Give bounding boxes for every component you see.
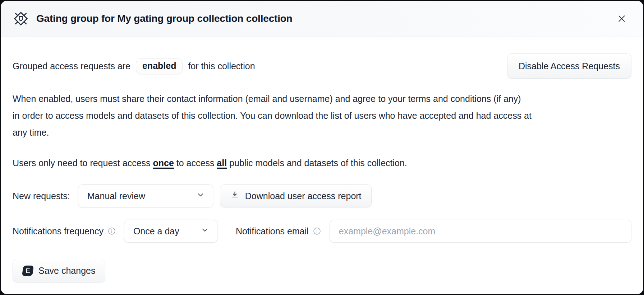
chevron-down-icon (200, 225, 210, 237)
enterprise-icon: E (22, 266, 34, 276)
note-prefix: Users only need to request access (13, 158, 153, 168)
disable-access-requests-button[interactable]: Disable Access Requests (507, 53, 631, 79)
status-row: Grouped access requests are enabled for … (13, 53, 631, 79)
enterprise-icon-letter: E (26, 267, 30, 275)
dialog-header: Gating group for My gating group collect… (1, 1, 643, 37)
dialog-content: Grouped access requests are enabled for … (1, 53, 643, 282)
status-prefix: Grouped access requests are (13, 61, 130, 71)
note-emphasis-once: once (153, 158, 174, 168)
gating-group-dialog: Gating group for My gating group collect… (1, 1, 643, 294)
notifications-frequency-select[interactable]: Once a day (124, 220, 217, 243)
notifications-email-label: Notifications email (236, 226, 309, 237)
notifications-email-input[interactable] (330, 220, 631, 243)
status-suffix: for this collection (188, 61, 255, 71)
new-requests-select[interactable]: Manual review (78, 184, 213, 207)
download-icon (230, 190, 240, 202)
notifications-frequency-selected-value: Once a day (133, 226, 179, 237)
note-emphasis-all: all (217, 158, 227, 168)
note-middle: to access (174, 158, 217, 168)
description-line: in order to access models and datasets o… (13, 107, 631, 124)
note-line: Users only need to request access once t… (13, 157, 631, 169)
close-button[interactable] (615, 11, 629, 26)
notifications-frequency-label: Notifications frequency (13, 226, 104, 237)
new-requests-label: New requests: (13, 191, 70, 201)
description-line: any time. (13, 124, 631, 141)
status-badge: enabled (136, 58, 183, 74)
new-requests-selected-value: Manual review (87, 191, 145, 201)
save-changes-button[interactable]: E Save changes (13, 259, 105, 282)
gated-group-icon (13, 10, 29, 27)
description-line: When enabled, users must share their con… (13, 90, 631, 107)
dialog-title: Gating group for My gating group collect… (36, 13, 293, 24)
download-user-access-report-button[interactable]: Download user access report (220, 184, 372, 207)
description-paragraph: When enabled, users must share their con… (13, 90, 631, 141)
notifications-row: Notifications frequency Once a day Notif… (13, 220, 631, 243)
save-button-label: Save changes (38, 266, 95, 276)
info-icon[interactable] (313, 227, 321, 235)
download-button-label: Download user access report (245, 191, 362, 201)
close-icon (617, 19, 627, 25)
info-icon[interactable] (107, 227, 116, 235)
note-suffix: public models and datasets of this colle… (227, 158, 407, 168)
chevron-down-icon (196, 190, 205, 202)
new-requests-row: New requests: Manual review Download use… (13, 184, 631, 207)
status-text: Grouped access requests are enabled for … (13, 58, 255, 74)
save-row: E Save changes (13, 259, 631, 282)
